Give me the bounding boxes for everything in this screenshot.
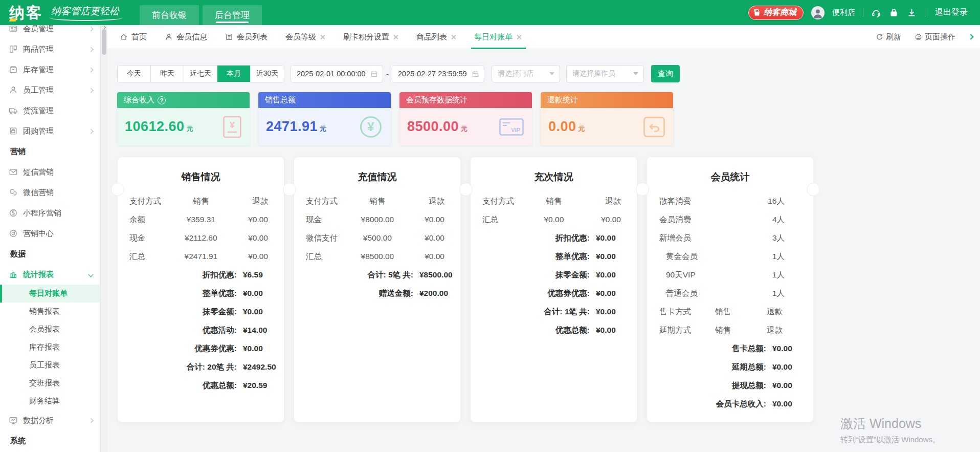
sidebar-item-finance-settle[interactable]: 财务结算: [0, 392, 100, 410]
scrollbar-thumb[interactable]: [102, 29, 106, 55]
summary-value: ¥6.59: [243, 270, 284, 279]
download-icon[interactable]: [907, 8, 917, 18]
page-operations-button[interactable]: 页面操作: [915, 32, 955, 42]
sidebar-item-label: 数据分析: [23, 416, 54, 425]
refresh-button[interactable]: 刷新: [876, 32, 901, 42]
close-icon[interactable]: [393, 34, 398, 40]
summary-value: ¥0.00: [596, 233, 637, 243]
stat-value: 4人: [772, 214, 785, 225]
calendar-icon: [472, 70, 479, 78]
summary-row: 合计: 5笔 共:¥8500.00: [294, 266, 460, 284]
summary-label: 会员卡总收入:: [716, 399, 766, 410]
sidebar-section-marketing: 营销: [0, 141, 100, 162]
cell: 退款: [743, 307, 783, 317]
sidebar-item-groupbuy-mgmt[interactable]: 团购管理: [0, 121, 100, 141]
date-to-input[interactable]: 2025-02-27 23:59:59: [392, 65, 484, 82]
chevron-right-icon: [88, 418, 94, 423]
tab-card-points-setting[interactable]: 刷卡积分设置: [343, 25, 398, 49]
sidebar-item-employee-mgmt[interactable]: 员工管理: [0, 80, 100, 100]
summary-value: ¥0.00: [596, 307, 637, 316]
tab-member-info[interactable]: 会员信息: [165, 25, 207, 49]
summary-row: 优惠活动:¥14.00: [118, 321, 284, 339]
scroll-arrow-icon[interactable]: [102, 26, 106, 29]
summary-row: 整单优惠:¥0.00: [118, 284, 284, 303]
mini-program-icon: [9, 208, 18, 218]
tab-member-list[interactable]: 会员列表: [225, 25, 268, 49]
range-this-month-button[interactable]: 本月: [217, 66, 251, 82]
list-doc-icon: [225, 33, 233, 41]
sidebar-scrollbar[interactable]: [100, 25, 107, 452]
sidebar-item-daily-statement[interactable]: 每日对账单: [0, 285, 100, 303]
summary-value: ¥0.00: [596, 289, 637, 298]
nav-tab-admin[interactable]: 后台管理: [203, 5, 262, 25]
table-header: 支付方式 销售 退款: [471, 192, 637, 210]
goods-icon: [9, 45, 18, 54]
sidebar-item-member-mgmt[interactable]: 会员管理: [0, 25, 100, 39]
avatar[interactable]: [811, 6, 825, 19]
panel-sales: 销售情况 支付方式 销售 退款 余额¥359.31¥0.00 现金¥2112.6…: [117, 157, 284, 422]
cell: ¥0.00: [224, 252, 268, 261]
summary-label: 整单优惠:: [203, 288, 237, 299]
summary-row: 整单优惠:¥0.00: [471, 247, 637, 266]
range-yesterday-button[interactable]: 昨天: [151, 66, 184, 82]
sidebar-item-miniapp-marketing[interactable]: 小程序营销: [0, 203, 100, 223]
sidebar-item-shift-report[interactable]: 交班报表: [0, 374, 100, 392]
query-button[interactable]: 查询: [651, 65, 680, 82]
sidebar-item-stats-report[interactable]: 统计报表: [0, 264, 100, 285]
stat-label: 新增会员: [659, 233, 691, 244]
summary-label: 优惠活动:: [203, 325, 237, 336]
summary-row: 优惠券优惠:¥0.00: [118, 339, 284, 358]
sidebar-item-goods-mgmt[interactable]: 商品管理: [0, 39, 100, 59]
help-icon[interactable]: ?: [158, 96, 166, 104]
close-icon[interactable]: [516, 34, 522, 40]
close-icon[interactable]: [451, 34, 456, 40]
tab-home[interactable]: 首页: [120, 25, 147, 49]
sidebar-item-logistics-mgmt[interactable]: 货流管理: [0, 100, 100, 121]
lock-icon[interactable]: [889, 8, 899, 18]
panel-body: 支付方式 销售 退款 余额¥359.31¥0.00 现金¥2112.60¥0.0…: [118, 192, 284, 395]
summary-label: 合计: 20笔 共:: [187, 362, 237, 373]
logout-button[interactable]: 退出登录: [935, 7, 968, 18]
cell: 现金: [129, 233, 179, 244]
sidebar-item-data-analysis[interactable]: 数据分析: [0, 410, 100, 431]
sidebar-item-label: 会员管理: [23, 25, 54, 34]
member-card-icon: [9, 25, 18, 33]
tab-daily-statement[interactable]: 每日对账单: [474, 25, 522, 49]
sidebar-item-marketing-center[interactable]: 营销中心: [0, 223, 100, 244]
stat-cards: 综合收入 ? 10612.60元 ¥ 销售总额 2471.9: [117, 92, 980, 145]
close-icon[interactable]: [320, 34, 325, 40]
sidebar-item-sales-report[interactable]: 销售报表: [0, 303, 100, 320]
store-select[interactable]: 请选择门店: [492, 65, 560, 82]
chevron-right-icon[interactable]: [968, 34, 973, 39]
sidebar-item-inventory-mgmt[interactable]: 库存管理: [0, 59, 100, 80]
date-from-input[interactable]: 2025-02-01 00:00:00: [291, 65, 383, 82]
sidebar-item-label: 货流管理: [23, 106, 54, 116]
panel-recharge: 充值情况 支付方式 销售 退款 现金¥8000.00¥0.00 微信支付¥500…: [294, 157, 461, 422]
tab-member-level[interactable]: 会员等级: [285, 25, 325, 49]
panel-body: 支付方式 销售 退款 现金¥8000.00¥0.00 微信支付¥500.00¥0…: [294, 192, 460, 303]
sidebar-item-wechat-marketing[interactable]: 微信营销: [0, 182, 100, 203]
col-refund: 退款: [224, 196, 268, 207]
range-30days-button[interactable]: 近30天: [251, 66, 284, 82]
headset-icon[interactable]: [871, 8, 881, 18]
range-today-button[interactable]: 今天: [118, 66, 151, 82]
summary-value: ¥14.00: [243, 326, 284, 335]
stat-value: 1人: [772, 288, 785, 299]
divider: [925, 8, 925, 17]
mall-badge[interactable]: 纳客商城: [748, 6, 804, 20]
panel-title: 会员统计: [647, 171, 813, 183]
sidebar-item-inventory-report[interactable]: 库存报表: [0, 338, 100, 356]
tab-goods-list[interactable]: 商品列表: [416, 25, 456, 49]
range-7days-button[interactable]: 近七天: [184, 66, 217, 82]
nav-tab-cashier[interactable]: 前台收银: [140, 5, 199, 25]
sidebar-item-employee-report[interactable]: 员工报表: [0, 356, 100, 374]
chevron-right-icon: [88, 67, 94, 72]
person-icon: [165, 33, 173, 41]
sidebar-item-sms-marketing[interactable]: 短信营销: [0, 162, 100, 182]
summary-row: 合计: 1笔 共:¥0.00: [471, 303, 637, 321]
sidebar-item-label: 微信营销: [23, 188, 54, 198]
sidebar-item-member-report[interactable]: 会员报表: [0, 320, 100, 338]
quick-range-group: 今天 昨天 近七天 本月 近30天: [117, 65, 284, 82]
operator-select[interactable]: 请选择操作员: [566, 65, 644, 82]
caret-down-icon: [633, 72, 638, 75]
